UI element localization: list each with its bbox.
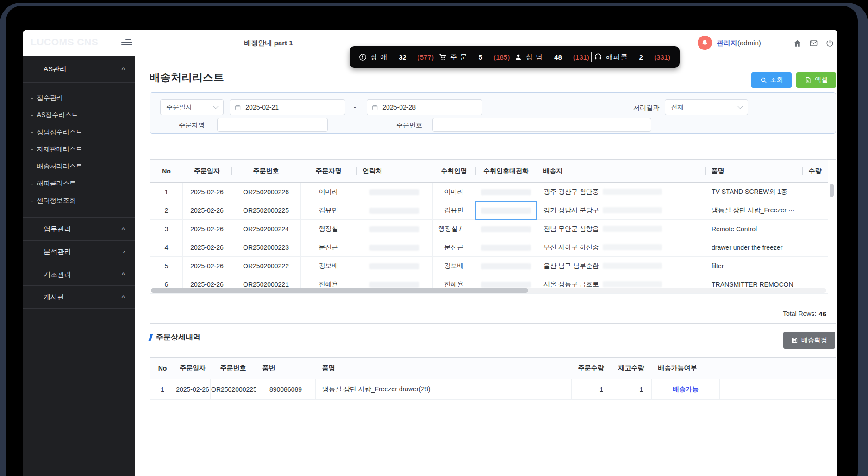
table-cell[interactable]: 2025-02-26 [183,238,231,257]
table-cell[interactable]: 광주 광산구 첨단중 [537,183,705,201]
table-cell[interactable]: OR2502000225 [231,201,301,220]
orderer-input[interactable] [217,118,328,132]
table-cell[interactable]: 문산근 [433,238,475,257]
date-to-field[interactable] [367,99,482,115]
sidebar-section-as-management[interactable]: AS관리 ^ [23,56,135,83]
vertical-scrollbar[interactable] [830,184,834,197]
table-cell[interactable]: 행정실 / ⋯ [433,220,475,238]
table-cell[interactable]: 경기 성남시 분당구 [537,201,705,220]
table-cell[interactable]: 2 [150,201,183,220]
table-cell[interactable] [475,257,537,275]
table-cell[interactable]: 전남 무안군 삼향읍 [537,220,705,238]
table-cell[interactable]: 냉동실 상단 서랍_Freezer drawer(28) [316,379,572,400]
table-cell[interactable]: 배송가능 [652,379,720,400]
table-cell[interactable] [356,257,433,275]
table-cell[interactable] [356,220,433,238]
table-cell[interactable] [802,257,828,275]
table-cell[interactable]: 김유민 [301,201,356,220]
stat-consult[interactable]: 상 담 48 (131) [514,53,589,62]
table-cell[interactable]: OR2502000222 [231,257,301,275]
date-from-field[interactable] [230,99,345,115]
result-select[interactable]: 전체 [665,99,748,115]
table-cell[interactable]: 부산 사하구 하신중 [537,238,705,257]
mail-icon[interactable] [809,39,818,48]
table-cell[interactable]: 문산근 [301,238,356,257]
table-row[interactable]: 22025-02-26OR2502000225김유민김유민경기 성남시 분당구냉… [150,201,828,220]
power-icon[interactable] [825,39,834,48]
sidebar-item-consult-list[interactable]: -상담접수리스트 [23,124,135,141]
table-cell[interactable] [802,238,828,257]
table-cell[interactable]: 1 [612,379,652,400]
table-cell[interactable] [475,220,537,238]
table-row[interactable]: 12025-02-26OR2502000226이미라이미라광주 광산구 첨단중T… [150,183,828,201]
sidebar-section-work[interactable]: 업무관리 ^ [23,218,135,241]
avatar[interactable] [698,36,712,50]
table-cell[interactable]: 890086089 [256,379,316,400]
table-cell[interactable]: 3 [150,220,183,238]
table-cell[interactable] [475,201,537,220]
table-row[interactable]: 32025-02-26OR2502000224행정실행정실 / ⋯전남 무안군 … [150,220,828,238]
sidebar-item-as-list[interactable]: -AS접수리스트 [23,106,135,124]
table-cell[interactable] [720,379,836,400]
table-cell[interactable] [356,183,433,201]
sidebar-item-reception[interactable]: -접수관리 [23,89,135,106]
home-icon[interactable] [793,39,802,48]
sidebar-item-material-sales[interactable]: -자재판매리스트 [23,141,135,158]
menu-toggle-button[interactable] [121,39,133,47]
stat-fault[interactable]: 장 애 32 (577) [359,53,434,62]
horizontal-scrollbar[interactable] [151,288,528,293]
table-cell[interactable] [475,183,537,201]
table-cell[interactable] [356,238,433,257]
table-cell[interactable]: OR2502000226 [231,183,301,201]
table-cell[interactable]: 2025-02-26 [183,257,231,275]
excel-button[interactable]: 엑셀 [796,72,836,88]
table-cell[interactable]: 4 [150,238,183,257]
stat-happycall[interactable]: 해피콜 2 (331) [594,53,670,62]
sidebar-item-happycall-list[interactable]: -해피콜리스트 [23,175,135,192]
table-cell[interactable]: 이미라 [301,183,356,201]
table-row[interactable]: 12025-02-26OR2502000225890086089냉동실 상단 서… [150,379,836,400]
table-row[interactable]: 52025-02-26OR2502000222강보배강보배울산 남구 남부순환f… [150,257,828,275]
table-cell[interactable] [356,201,433,220]
sidebar-section-basic[interactable]: 기초관리 ^ [23,263,135,286]
sidebar-item-delivery-list[interactable]: -배송처리리스트 [23,158,135,175]
user-name[interactable]: 관리자(admin) [717,30,761,56]
table-cell[interactable]: filter [705,257,802,275]
confirm-delivery-button[interactable]: 배송확정 [783,332,835,349]
table-cell[interactable]: 2025-02-26 [183,183,231,201]
table-cell[interactable]: 2025-02-26 [183,201,231,220]
table-cell[interactable]: TV STAND SCREW외 1종 [705,183,802,201]
table-cell[interactable]: Remote Control [705,220,802,238]
sidebar-section-analysis[interactable]: 분석관리 ‹ [23,241,135,263]
table-cell[interactable]: 울산 남구 남부순환 [537,257,705,275]
table-cell[interactable]: 강보배 [433,257,475,275]
table-cell[interactable]: 1 [572,379,612,400]
table-cell[interactable] [802,183,828,201]
table-cell[interactable]: 김유민 [433,201,475,220]
date-from-input[interactable] [244,103,340,111]
stat-orders[interactable]: 주 문 5 (185) [438,53,510,62]
date-to-input[interactable] [381,103,477,111]
table-cell[interactable] [475,238,537,257]
search-button[interactable]: 조회 [751,72,792,88]
table-cell[interactable]: 1 [150,379,175,400]
table-cell[interactable]: 강보배 [301,257,356,275]
table-cell[interactable] [802,220,828,238]
table-cell[interactable]: 2025-02-26 [175,379,211,400]
table-cell[interactable]: drawer under the freezer [705,238,802,257]
sidebar-section-board[interactable]: 게시판 ^ [23,286,135,309]
table-cell[interactable]: 행정실 [301,220,356,238]
table-cell[interactable]: OR2502000223 [231,238,301,257]
date-type-select[interactable]: 주문일자 [160,99,224,115]
sidebar-item-center-info[interactable]: -센터정보조회 [23,192,135,209]
table-cell[interactable]: 이미라 [433,183,475,201]
table-cell[interactable]: 5 [150,257,183,275]
table-row[interactable]: 42025-02-26OR2502000223문산근문산근부산 사하구 하신중d… [150,238,828,257]
order-no-input[interactable] [432,118,651,132]
table-cell[interactable]: 냉동실 상단 서랍_Freezer ⋯ [705,201,802,220]
table-cell[interactable]: 2025-02-26 [183,220,231,238]
table-cell[interactable] [802,201,828,220]
table-cell[interactable]: 1 [150,183,183,201]
table-cell[interactable]: OR2502000225 [211,379,256,400]
table-cell[interactable]: OR2502000224 [231,220,301,238]
